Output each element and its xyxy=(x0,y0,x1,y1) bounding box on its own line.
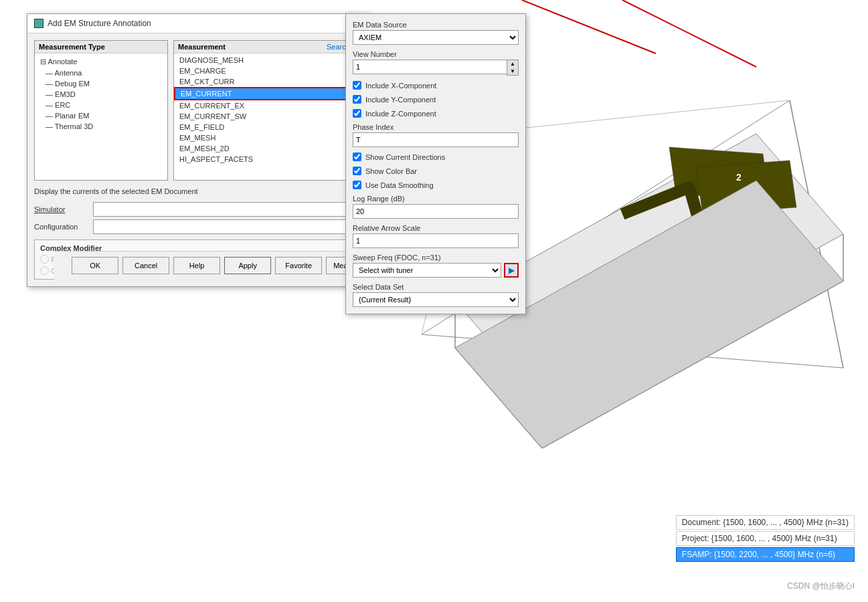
meas-item[interactable]: EM_CURRENT_SW xyxy=(174,111,360,122)
simulator-label: Simulator xyxy=(34,205,88,213)
watermark: CSDN @怡步晓心I xyxy=(787,581,855,592)
meas-item[interactable]: HI_ASPECT_FACETS xyxy=(174,154,360,165)
bottom-buttons: OK Cancel Help Apply Favorite Meas. Help xyxy=(54,251,396,280)
svg-text:2: 2 xyxy=(736,172,742,183)
rel-arrow-input[interactable] xyxy=(353,233,519,248)
spinner-buttons: ▲ ▼ xyxy=(507,60,519,76)
view-number-section: View Number ▲ ▼ xyxy=(353,50,519,76)
measurement-label: Measurement xyxy=(178,43,226,51)
configuration-row: Configuration xyxy=(34,219,361,234)
view-number-input[interactable] xyxy=(353,60,507,74)
use-smoothing-label: Use Data Smoothing xyxy=(365,181,434,189)
tree-item[interactable]: — EM3D xyxy=(37,89,165,100)
show-colorbar-row[interactable]: Show Color Bar xyxy=(353,167,519,175)
phase-index-section: Phase Index xyxy=(353,123,519,147)
favorite-button[interactable]: Favorite xyxy=(275,257,322,274)
meas-item[interactable]: EM_CURRENT_EX xyxy=(174,100,360,111)
dialog-title-bar: Add EM Structure Annotation ✕ xyxy=(27,14,367,33)
apply-button[interactable]: Apply xyxy=(224,257,271,274)
description-text: Display the currents of the selected EM … xyxy=(34,186,361,197)
measurement-type-list: ⊟ Annotate— Antenna— Debug EM— EM3D— ERC… xyxy=(35,54,167,180)
spinner-down-button[interactable]: ▼ xyxy=(507,68,518,75)
sweep-freq-combo[interactable]: Select with tuner xyxy=(353,263,501,278)
top-section: Measurement Type ⊟ Annotate— Antenna— De… xyxy=(34,40,361,181)
include-y-row[interactable]: Include Y-Component xyxy=(353,95,519,104)
meas-item[interactable]: EM_CURRENT xyxy=(174,87,360,100)
simulator-combo[interactable] xyxy=(93,202,361,217)
show-colorbar-checkbox[interactable] xyxy=(353,167,361,175)
info-box-document: Document: {1500, 1600, ... , 4500} MHz (… xyxy=(676,515,855,530)
configuration-label: Configuration xyxy=(34,223,88,231)
log-range-input[interactable] xyxy=(353,204,519,219)
show-colorbar-label: Show Color Bar xyxy=(365,167,417,175)
include-y-checkbox[interactable] xyxy=(353,95,361,104)
em-data-source-section: EM Data Source AXIEM Momentum xyxy=(353,21,519,45)
measurement-header: Measurement Search... xyxy=(174,41,360,54)
include-y-label: Include Y-Component xyxy=(365,96,436,104)
include-x-label: Include X-Component xyxy=(365,82,436,90)
select-dataset-label: Select Data Set xyxy=(353,283,519,291)
em-data-source-label: EM Data Source xyxy=(353,21,519,29)
help-button[interactable]: Help xyxy=(173,257,220,274)
dialog-icon xyxy=(34,19,44,28)
select-dataset-combo[interactable]: {Current Result} xyxy=(353,292,519,307)
tree-item[interactable]: — Planar EM xyxy=(37,110,165,121)
right-panel: EM Data Source AXIEM Momentum View Numbe… xyxy=(345,13,526,314)
view-number-label: View Number xyxy=(353,50,519,58)
include-z-row[interactable]: Include Z-Component xyxy=(353,109,519,118)
info-boxes-container: Document: {1500, 1600, ... , 4500} MHz (… xyxy=(676,515,855,562)
tree-item[interactable]: — Thermal 3D xyxy=(37,121,165,132)
spinner-up-button[interactable]: ▲ xyxy=(507,60,518,68)
sweep-freq-label: Sweep Freq (FDOC, n=31) xyxy=(353,254,519,262)
meas-item[interactable]: EM_CHARGE xyxy=(174,66,360,76)
measurement-type-header: Measurement Type xyxy=(35,41,167,54)
show-current-checkbox[interactable] xyxy=(353,153,361,161)
sweep-freq-section: Sweep Freq (FDOC, n=31) Select with tune… xyxy=(353,254,519,278)
sim-config-section: Simulator Configuration xyxy=(34,202,361,234)
configuration-combo[interactable] xyxy=(93,219,361,234)
rel-arrow-label: Relative Arrow Scale xyxy=(353,224,519,232)
tree-item[interactable]: — Debug EM xyxy=(37,78,165,89)
add-em-dialog: Add EM Structure Annotation ✕ Measuremen… xyxy=(27,13,368,287)
phase-index-input[interactable] xyxy=(353,132,519,147)
log-range-label: Log Range (dB) xyxy=(353,195,519,203)
ok-button[interactable]: OK xyxy=(72,257,118,274)
meas-item[interactable]: EM_MESH xyxy=(174,132,360,143)
info-box-fsamp[interactable]: FSAMP: {1500, 2200, ... , 4500} MHz (n=6… xyxy=(676,547,855,562)
phase-index-label: Phase Index xyxy=(353,123,519,131)
simulator-row: Simulator xyxy=(34,202,361,217)
include-x-row[interactable]: Include X-Component xyxy=(353,81,519,90)
rel-arrow-section: Relative Arrow Scale xyxy=(353,224,519,248)
show-current-row[interactable]: Show Current Directions xyxy=(353,153,519,161)
meas-item[interactable]: EM_E_FIELD xyxy=(174,122,360,132)
em-data-source-combo[interactable]: AXIEM Momentum xyxy=(353,30,519,45)
meas-item[interactable]: DIAGNOSE_MESH xyxy=(174,55,360,66)
dialog-body: Measurement Type ⊟ Annotate— Antenna— De… xyxy=(27,33,367,286)
show-current-label: Show Current Directions xyxy=(365,153,445,161)
tree-item[interactable]: — ERC xyxy=(37,100,165,110)
include-z-checkbox[interactable] xyxy=(353,109,361,118)
dialog-title-text: Add EM Structure Annotation xyxy=(48,19,151,28)
meas-item[interactable]: EM_MESH_2D xyxy=(174,143,360,154)
sweep-freq-row: Select with tuner ▶ xyxy=(353,263,519,278)
measurement-list: DIAGNOSE_MESHEM_CHARGEEM_CKT_CURREM_CURR… xyxy=(174,54,360,180)
log-range-section: Log Range (dB) xyxy=(353,195,519,219)
use-smoothing-row[interactable]: Use Data Smoothing xyxy=(353,181,519,189)
measurement-type-panel: Measurement Type ⊟ Annotate— Antenna— De… xyxy=(34,40,168,181)
include-z-label: Include Z-Component xyxy=(365,110,436,118)
cancel-button[interactable]: Cancel xyxy=(122,257,169,274)
measurement-panel: Measurement Search... DIAGNOSE_MESHEM_CH… xyxy=(173,40,361,181)
view-number-spinner: ▲ ▼ xyxy=(353,60,519,76)
sweep-arrow-button[interactable]: ▶ xyxy=(504,263,519,278)
select-dataset-section: Select Data Set {Current Result} xyxy=(353,283,519,307)
tree-item[interactable]: ⊟ Annotate xyxy=(37,56,165,68)
info-box-project: Project: {1500, 1600, ... , 4500} MHz (n… xyxy=(676,531,855,546)
dialog-title-left: Add EM Structure Annotation xyxy=(34,19,151,28)
use-smoothing-checkbox[interactable] xyxy=(353,181,361,189)
tree-item[interactable]: — Antenna xyxy=(37,68,165,78)
meas-item[interactable]: EM_CKT_CURR xyxy=(174,76,360,87)
include-x-checkbox[interactable] xyxy=(353,81,361,90)
